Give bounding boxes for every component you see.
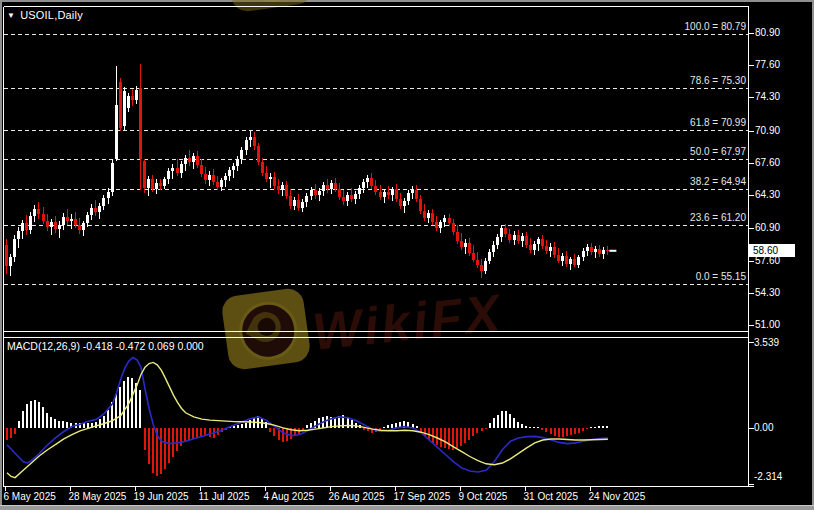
candle xyxy=(163,177,166,190)
macd-bar xyxy=(6,428,8,440)
candle xyxy=(200,159,203,177)
candle xyxy=(529,238,532,253)
candle xyxy=(423,204,426,221)
macd-bar xyxy=(586,428,588,429)
macd-bar xyxy=(533,427,535,428)
macd-bar xyxy=(131,378,133,428)
macd-bar xyxy=(448,428,450,449)
macd-bar xyxy=(22,411,24,428)
candle xyxy=(216,176,219,191)
macd-bar xyxy=(273,428,275,436)
macd-bar xyxy=(34,400,36,428)
candle xyxy=(330,180,333,194)
macd-bar xyxy=(481,428,483,431)
candle xyxy=(517,230,520,244)
candle xyxy=(557,248,560,264)
signal-line xyxy=(7,362,608,477)
panel-divider[interactable] xyxy=(3,329,748,340)
macd-bar xyxy=(468,428,470,440)
macd-bar xyxy=(107,410,109,428)
macd-bar xyxy=(160,428,162,474)
macd-bar xyxy=(188,428,190,440)
candle xyxy=(411,186,414,199)
macd-bar xyxy=(38,402,40,427)
symbol-dropdown-icon[interactable]: ▼ xyxy=(7,11,15,20)
candle xyxy=(374,180,377,195)
candle xyxy=(322,182,325,196)
macd-bar xyxy=(14,428,16,434)
candle xyxy=(391,187,394,201)
macd-bar xyxy=(509,414,511,428)
candle xyxy=(119,78,122,131)
candle xyxy=(25,215,28,236)
candle xyxy=(521,233,524,247)
candle xyxy=(236,156,239,171)
candle xyxy=(379,185,382,200)
macd-bar xyxy=(54,419,56,427)
macd-bar xyxy=(139,390,141,428)
candle xyxy=(387,186,390,199)
macd-bar xyxy=(200,428,202,436)
macd-bar xyxy=(416,426,418,427)
candle xyxy=(184,155,187,171)
macd-bar xyxy=(436,428,438,445)
candle xyxy=(13,235,16,261)
candle xyxy=(192,153,195,169)
macd-bar xyxy=(115,394,117,428)
macd-bar xyxy=(574,428,576,434)
window-frame-bottom xyxy=(0,505,814,510)
candle xyxy=(297,194,300,211)
candle xyxy=(460,233,463,250)
candle xyxy=(273,172,276,190)
candle xyxy=(533,241,536,255)
macd-bar xyxy=(594,427,596,428)
candle xyxy=(58,221,61,238)
macd-bar xyxy=(464,428,466,443)
candle xyxy=(553,242,556,258)
macd-bar xyxy=(440,428,442,447)
macd-bar xyxy=(164,428,166,469)
macd-bar xyxy=(525,426,527,428)
candle xyxy=(358,185,361,199)
macd-bar xyxy=(306,425,308,427)
candle xyxy=(472,245,475,263)
candle xyxy=(204,167,207,185)
candle xyxy=(62,213,65,231)
macd-bar xyxy=(489,423,491,428)
macd-bar xyxy=(456,428,458,449)
candle xyxy=(127,93,130,113)
candle xyxy=(176,159,179,176)
candle xyxy=(439,220,442,234)
candle xyxy=(90,204,93,220)
candle xyxy=(549,243,552,257)
macd-bar xyxy=(249,420,251,428)
candle xyxy=(159,179,162,191)
candle xyxy=(249,131,252,148)
macd-bar xyxy=(30,401,32,428)
macd-bar xyxy=(505,411,507,428)
macd-bar xyxy=(87,423,89,428)
macd-bar xyxy=(123,381,125,428)
macd-bar xyxy=(46,413,48,428)
macd-bar xyxy=(50,417,52,428)
candle xyxy=(565,251,568,268)
candle xyxy=(362,179,365,193)
candle xyxy=(293,197,296,210)
chart-window: WikiFX ▼USOIL,Daily MACD(12,26,9) -0.418… xyxy=(0,0,814,510)
chart-title-bar: ▼USOIL,Daily xyxy=(7,9,83,21)
candle xyxy=(350,188,353,202)
macd-bar xyxy=(351,420,353,428)
macd-bar xyxy=(476,428,478,433)
macd-bar xyxy=(176,428,178,451)
macd-bar xyxy=(602,426,604,428)
macd-bar xyxy=(562,428,564,437)
macd-bar xyxy=(282,428,284,443)
macd-bar xyxy=(99,419,101,427)
candle xyxy=(537,237,540,251)
candle xyxy=(9,254,12,276)
candle xyxy=(269,173,272,189)
candle xyxy=(224,173,227,188)
candle xyxy=(66,209,69,226)
chart-canvas[interactable] xyxy=(0,0,814,510)
macd-bar xyxy=(517,422,519,428)
